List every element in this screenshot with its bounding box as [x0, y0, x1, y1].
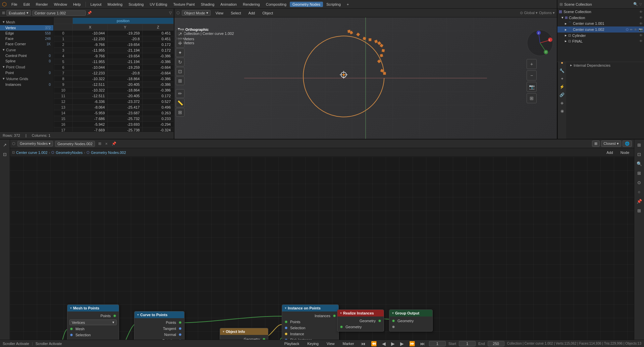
menu-file[interactable]: File — [9, 2, 20, 7]
scale-tool-btn[interactable]: ⊡ — [176, 67, 184, 76]
node-pin-btn[interactable]: 📌 — [110, 141, 118, 146]
ri-geometry-in-socket[interactable] — [340, 326, 343, 328]
spreadsheet-pin-icon[interactable]: 📌 — [87, 11, 92, 15]
jump-start-btn[interactable]: ⏮ — [360, 341, 367, 347]
point-item[interactable]: Point 0 — [0, 70, 53, 75]
move-tool-btn[interactable]: ✦ — [176, 48, 184, 57]
status-scroller-1[interactable]: Scroller Activate — [3, 342, 29, 346]
viewport-view-menu[interactable]: View — [213, 10, 226, 16]
obj-info-geometry-socket[interactable] — [263, 338, 265, 340]
node-realize-instances[interactable]: ▾ Realize Instances Geometry Geometry — [337, 309, 384, 332]
add-cube-btn[interactable]: ⊞ — [176, 108, 184, 117]
curve-001-eye[interactable]: 👁 — [639, 22, 643, 25]
node-view-btn[interactable]: 🌐 — [623, 140, 632, 147]
vertex-item[interactable]: Vertex 372 — [0, 25, 53, 31]
node-select-tool[interactable]: ↗ — [1, 141, 9, 149]
constraints-props-tab[interactable]: 🔗 — [558, 91, 566, 99]
menu-edit[interactable]: Edit — [21, 2, 33, 7]
start-frame-input[interactable]: 1 — [459, 341, 476, 346]
mtp-mode-dropdown[interactable]: Vertices ▾ — [69, 320, 117, 325]
curve-002-edit-icon[interactable]: ✏ — [630, 28, 633, 32]
menu-uv-editing[interactable]: UV Editing — [147, 2, 170, 7]
edge-item[interactable]: Edge 558 — [0, 31, 53, 36]
viewport-mode-dropdown[interactable]: Object Mode ▾ — [182, 10, 211, 16]
current-frame-input[interactable]: 1 — [429, 341, 446, 346]
curve-002-render[interactable]: 📷 — [639, 28, 643, 32]
volume-section-header[interactable]: ▾ Volume Grids — [0, 75, 53, 82]
menu-window[interactable]: Window — [51, 2, 70, 7]
collection-eye[interactable]: 👁 — [639, 10, 643, 14]
spreadsheet-object-dropdown[interactable]: Center curve 1.002 — [32, 10, 86, 16]
ctp-tangent-socket[interactable] — [179, 327, 181, 330]
node-instance-on-points[interactable]: ▾ Instance on Points Instances Points — [282, 304, 339, 340]
go-geometry-socket[interactable] — [392, 320, 395, 322]
cylinder-eye[interactable]: 👁 — [639, 34, 643, 37]
view-menu[interactable]: View — [324, 341, 337, 346]
status-scroller-2[interactable]: Scroller Activate — [36, 342, 62, 346]
ri-geometry-socket[interactable] — [378, 320, 381, 322]
control-point-item[interactable]: Control Point 0 — [0, 53, 53, 58]
node-group-output[interactable]: ▾ Group Output Geometry — [389, 309, 433, 332]
col-x[interactable]: X — [73, 24, 108, 31]
node-overlay-btn[interactable]: ⊡ — [635, 150, 643, 158]
face-item[interactable]: Face 248 — [0, 36, 53, 41]
menu-rendering[interactable]: Rendering — [240, 2, 263, 7]
final-eye[interactable]: 👁 — [639, 39, 643, 43]
mtp-selection-socket[interactable] — [70, 334, 73, 336]
node-close-btn[interactable]: × — [105, 141, 108, 146]
center-curve-002[interactable]: ▸ ⌒ Center curve 1.002 ⬡ ✏ 👁 📷 — [557, 26, 644, 33]
zoom-out-btn[interactable]: − — [527, 70, 537, 80]
ctp-normal-socket[interactable] — [179, 333, 181, 336]
iop-instance-socket[interactable] — [285, 333, 287, 335]
node-duplicate-btn[interactable]: ⊞ — [97, 141, 103, 146]
viewport-panel[interactable]: ⬡ Object Mode ▾ View Select Add Object ⊙… — [174, 9, 557, 139]
keying-menu[interactable]: Keying — [305, 341, 321, 346]
iop-instances-socket[interactable] — [333, 314, 336, 317]
menu-sculpting[interactable]: Sculpting — [126, 2, 146, 7]
viewport-canvas[interactable]: Top Orthographic (1) Collection | Center… — [174, 17, 557, 139]
node-fullscreen-btn[interactable]: ⊞ — [635, 207, 643, 215]
viewport-pivot-icon[interactable]: ⊙ Global ▾ — [520, 11, 538, 15]
point-cloud-section-header[interactable]: ▾ Point Cloud — [0, 64, 53, 70]
node-zoom-btn[interactable]: 🔍 — [635, 160, 643, 168]
node-box-select[interactable]: ⊡ — [1, 150, 9, 158]
internal-deps-title[interactable]: ▸ Internal Dependencies — [570, 62, 640, 68]
viewport-select-menu[interactable]: Select — [228, 10, 244, 16]
ctp-points-socket[interactable] — [179, 321, 181, 324]
mtp-points-socket[interactable] — [113, 314, 116, 317]
col-z[interactable]: Z — [143, 24, 174, 31]
breadcrumb-item2[interactable]: GeometryNodes — [56, 151, 83, 155]
breadcrumb-item3[interactable]: Geometry Nodes.002 — [91, 151, 126, 155]
node-object-info[interactable]: ▾ Object Info Geometry Original Relative — [220, 328, 268, 340]
menu-geometry-nodes[interactable]: Geometry Nodes — [290, 2, 323, 7]
node-editor-name[interactable]: Geometry Nodes.002 — [55, 141, 95, 147]
spline-item[interactable]: Spline 0 — [0, 58, 53, 64]
iop-points-socket[interactable] — [285, 321, 287, 323]
node-sidebar-toggle[interactable]: ⊞ — [635, 141, 643, 149]
iop-pick-socket[interactable] — [285, 339, 287, 340]
spreadsheet-evaluated-dropdown[interactable]: Evaluated ▾ — [6, 10, 31, 16]
node-grid-btn[interactable]: ⊞ — [635, 169, 643, 177]
node-closest-btn[interactable]: Closest ▾ — [601, 140, 621, 147]
prev-frame-btn[interactable]: ◀ — [381, 341, 387, 347]
jump-end-btn[interactable]: ⏭ — [419, 341, 426, 347]
material-props-tab[interactable]: ◉ — [558, 107, 566, 115]
playback-menu[interactable]: Playback — [282, 341, 302, 346]
menu-modeling[interactable]: Modeling — [105, 2, 125, 7]
col-position[interactable]: position — [73, 18, 174, 24]
mtp-mesh-socket[interactable] — [70, 328, 73, 330]
menu-texture-paint[interactable]: Texture Paint — [170, 2, 197, 7]
cursor-tool-btn[interactable]: ✛ — [176, 39, 184, 48]
prev-key-btn[interactable]: ⏪ — [370, 341, 378, 347]
sub-collection[interactable]: ▾ ⊞ Collection 👁 — [557, 15, 644, 20]
sub-collection-eye[interactable]: 👁 — [639, 16, 643, 19]
instances-item[interactable]: Instances 0 — [0, 82, 53, 87]
curve-002-eye[interactable]: 👁 — [634, 28, 637, 32]
face-corner-item[interactable]: Face Corner 1K — [0, 41, 53, 47]
annotate-btn[interactable]: ✏ — [176, 89, 184, 98]
physics-props-tab[interactable]: ⚡ — [558, 83, 566, 91]
menu-scripting[interactable]: Scripting — [324, 2, 343, 7]
end-frame-input[interactable]: 250 — [488, 341, 504, 346]
go-extra-socket[interactable] — [392, 326, 395, 328]
node-curve-to-points[interactable]: ▾ Curve to Points Points Tangent — [134, 311, 184, 340]
